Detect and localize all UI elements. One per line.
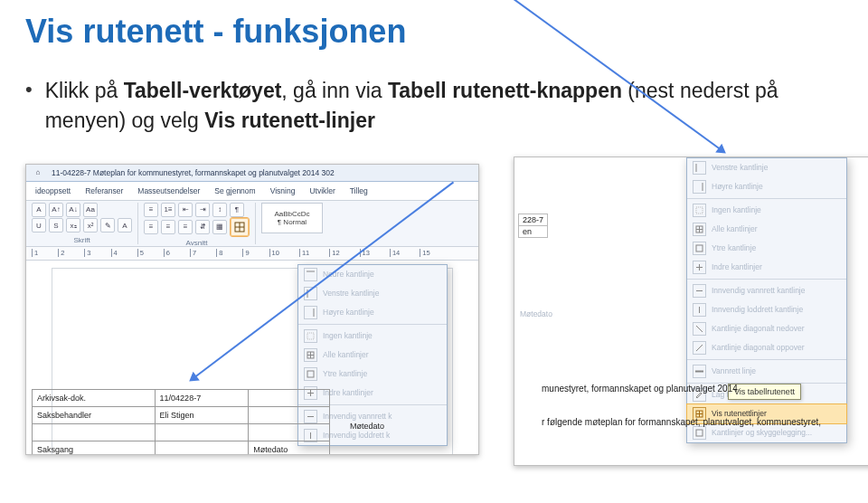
bullet-text: Klikk på Tabell-verktøyet, gå inn via Ta… [45,76,823,137]
pilcrow-icon[interactable]: ¶ [230,203,244,217]
horizontal-line-icon [693,365,706,378]
style-normal[interactable]: AaBbCcDc ¶ Normal [261,203,323,233]
subscript-icon[interactable]: x₂ [66,218,80,233]
indent-dec-icon[interactable]: ⇤ [178,203,193,217]
border-right-icon [304,306,317,319]
mi-ytre-kantlinje[interactable]: Ytre kantlinje [687,239,846,258]
border-none-icon [304,329,317,343]
svg-rect-32 [696,430,703,436]
shading-icon[interactable]: ▦ [212,220,227,234]
tab-segjennom[interactable]: Se gjennom [211,185,259,197]
document-table-left: Arkivsak-dok.11/04228-7 SaksbehandlerEli… [32,389,330,455]
font-shrink-icon[interactable]: A↓ [66,203,80,217]
strike-icon[interactable]: S [49,218,63,233]
tab-referanser[interactable]: Referanser [81,185,127,197]
mi-hoyre-kantlinje[interactable]: Høyre kantlinje [687,177,846,196]
border-top-icon [304,268,317,281]
align-left-icon[interactable]: ≡ [144,220,158,234]
border-left-icon [693,161,706,175]
group-label-skrift: Skrift [32,236,132,244]
mi-innv-loddrett[interactable]: Innvendig loddrett kantlinje [687,300,846,319]
bullets-icon[interactable]: ≡ [144,203,158,217]
tab-visning[interactable]: Visning [267,185,299,197]
mi-venstre-kantlinje[interactable]: Venstre kantlinje [687,158,846,177]
line-spacing-icon[interactable]: ⇵ [195,220,210,234]
motedato-label: Møtedato [350,422,384,431]
border-outside-icon [693,242,706,255]
borders-button[interactable] [230,217,250,237]
align-right-icon[interactable]: ≡ [178,220,193,234]
border-inside-h-icon [693,284,706,298]
qat-icon: ⌂ [32,166,44,179]
screenshot-borders-menu: 228-7 en Møtedato Venstre kantlinje Høyr… [514,157,868,466]
indent-inc-icon[interactable]: ⇥ [195,203,210,217]
bullet-dot: • [25,76,33,104]
doc-body-text: munestyret, formannskapet og planutvalge… [542,383,821,429]
bg-text-motedato: Møtedato [520,309,552,318]
border-none-icon [693,204,706,217]
table-row: SaksgangMøtedato [33,441,330,455]
tab-tillegg[interactable]: Tilleg [346,185,372,197]
doc-title: 11-04228-7 Møteplan for kommunestyret, f… [52,168,335,177]
group-label-avsnitt: Avsnitt [144,239,250,247]
border-outside-icon [304,367,317,381]
table-row [33,423,330,441]
mi-alle-kantlinjer[interactable]: Alle kantlinjer [687,220,846,239]
border-inside-icon [693,261,706,274]
tab-sideoppsett[interactable]: ideoppsett [32,185,74,197]
underline-icon[interactable]: U [32,218,46,233]
mi-diag-ned[interactable]: Kantlinje diagonalt nedover [687,319,846,338]
ribbon: A A↑ A↓ Aa U S x₂ x² ✎ A Skrift [26,201,478,247]
ruler: 123456789101112131415 [26,247,478,261]
border-diag-up-icon [693,341,706,355]
ribbon-tabs: ideoppsett Referanser Masseutsendelser S… [26,182,478,201]
table-row: SaksbehandlerEli Stigen [33,406,330,423]
mi-innv-vannrett[interactable]: Innvendig vannrett kantlinje [687,281,846,300]
svg-rect-10 [307,371,314,377]
svg-line-26 [696,326,703,332]
svg-rect-6 [307,333,314,339]
border-diag-down-icon [693,322,706,336]
table-row: Arkivsak-dok.11/04228-7 [33,389,330,406]
highlight-icon[interactable]: ✎ [100,218,115,233]
mi-vannrett-linje[interactable]: Vannrett linje [687,362,846,381]
tab-masseutsendelser[interactable]: Masseutsendelser [134,185,203,197]
screenshot-word-ribbon: ⌂ 11-04228-7 Møteplan for kommunestyret,… [25,164,479,455]
numbers-icon[interactable]: 1≡ [161,203,175,217]
sort-icon[interactable]: ↕ [212,203,227,217]
superscript-icon[interactable]: x² [83,218,98,233]
clear-format-icon[interactable]: Aa [83,203,98,217]
bullet-1: • Klikk på Tabell-verktøyet, gå inn via … [25,76,843,137]
svg-rect-21 [696,245,703,252]
border-right-icon [693,180,706,194]
border-all-icon [304,348,317,362]
font-color-icon[interactable]: A [118,218,132,233]
mi-ingen-kantlinje[interactable]: Ingen kantlinje [687,201,846,220]
align-center-icon[interactable]: ≡ [161,220,175,234]
font-size-icon[interactable]: A [32,203,46,217]
border-all-icon [693,223,706,236]
svg-rect-17 [696,207,703,214]
partial-column: 228-7 en [518,214,548,238]
table: Arkivsak-dok.11/04228-7 SaksbehandlerEli… [32,389,330,455]
font-grow-icon[interactable]: A↑ [49,203,63,217]
border-inside-v-icon [693,303,706,317]
page-title: Vis rutenett - funksjonen [25,13,843,51]
mi-diag-opp[interactable]: Kantlinje diagonalt oppover [687,338,846,357]
svg-line-27 [696,345,703,351]
mi-indre-kantlinjer[interactable]: Indre kantlinjer [687,258,846,277]
tab-utvikler[interactable]: Utvikler [306,185,338,197]
